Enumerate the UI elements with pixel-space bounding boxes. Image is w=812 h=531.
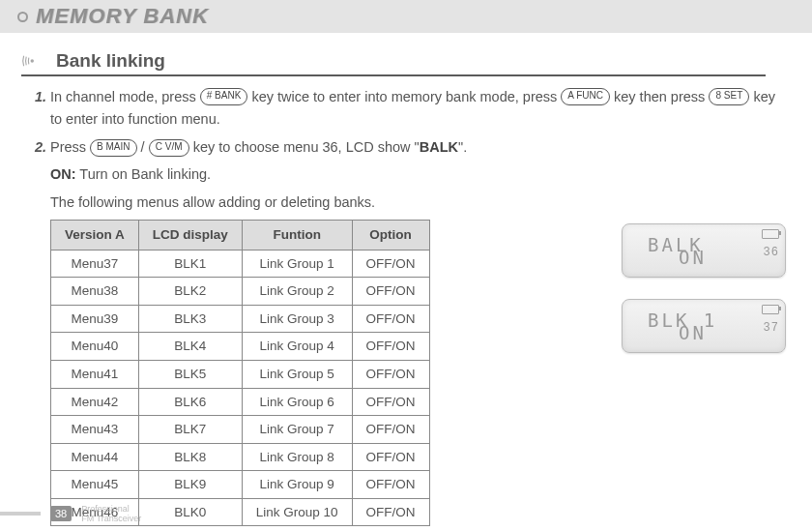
- table-cell: Link Group 1: [242, 250, 352, 278]
- table-cell: OFF/ON: [352, 443, 429, 471]
- step2-slash: /: [141, 139, 149, 155]
- table-cell: BLK9: [138, 471, 242, 499]
- on-text: Turn on Bank linking.: [76, 166, 211, 182]
- footer-subtitle: Professional FM Transceiver: [81, 504, 141, 523]
- th-function: Funtion: [242, 220, 352, 250]
- table-row: Menu37BLK1Link Group 1OFF/ON: [51, 250, 430, 278]
- table-cell: Menu43: [51, 416, 139, 444]
- table-cell: Menu44: [51, 443, 139, 471]
- th-version: Version A: [51, 220, 139, 250]
- bullet-icon: [17, 12, 28, 22]
- step2-balk: BALK: [420, 139, 458, 155]
- table-intro: The following menus allow adding or dele…: [50, 192, 791, 214]
- table-cell: Link Group 9: [242, 471, 352, 499]
- footer-sub2: FM Transceiver: [81, 514, 141, 523]
- table-row: Menu40BLK4Link Group 4OFF/ON: [51, 333, 430, 361]
- lcd-screen-37: BLK 1 ON 37: [622, 299, 786, 353]
- table-row: Menu41BLK5Link Group 5OFF/ON: [51, 360, 430, 388]
- section-heading: Bank linking: [21, 50, 791, 72]
- battery-icon: [762, 305, 779, 314]
- table-cell: OFF/ON: [352, 388, 429, 416]
- key-func-icon: A FUNC: [561, 88, 610, 105]
- table-header-row: Version A LCD display Funtion Option: [51, 220, 430, 250]
- on-label: ON:: [50, 166, 76, 182]
- step2-text-b: key to choose menu 36, LCD show ": [193, 139, 420, 155]
- on-line: ON: Turn on Bank linking.: [50, 163, 791, 186]
- table-cell: OFF/ON: [352, 498, 429, 526]
- step-2: Press B MAIN / C V/M key to choose menu …: [50, 136, 791, 526]
- lcd-screen-36: BALK ON 36: [622, 223, 786, 278]
- menu-table: Version A LCD display Funtion Option Men…: [50, 220, 430, 527]
- table-cell: OFF/ON: [352, 471, 429, 499]
- table-row: Menu43BLK7Link Group 7OFF/ON: [51, 416, 430, 444]
- footer-sub1: Professional: [81, 504, 141, 514]
- table-cell: BLK4: [138, 333, 242, 361]
- page-footer: 38 Professional FM Transceiver: [0, 504, 141, 523]
- table-cell: BLK5: [138, 360, 242, 388]
- table-cell: OFF/ON: [352, 305, 429, 333]
- table-cell: Link Group 5: [242, 360, 352, 388]
- key-bank-icon: # BANK: [200, 88, 248, 105]
- table-cell: BLK7: [138, 416, 242, 444]
- battery-icon: [762, 229, 779, 239]
- key-vm-icon: C V/M: [149, 139, 189, 157]
- table-cell: BLK1: [138, 250, 242, 278]
- table-cell: Menu40: [51, 333, 139, 361]
- table-cell: Menu37: [51, 250, 139, 278]
- table-cell: OFF/ON: [352, 278, 429, 306]
- table-cell: Link Group 6: [242, 388, 352, 416]
- table-cell: BLK0: [138, 498, 242, 526]
- table-cell: Menu38: [51, 278, 139, 306]
- signal-icon: [21, 52, 46, 70]
- lcd-previews: BALK ON 36 BLK 1 ON 37: [622, 223, 791, 353]
- step1-text-b: key twice to enter into memory bank mode…: [251, 89, 561, 104]
- key-set-icon: 8 SET: [709, 88, 749, 105]
- step2-text-a: Press: [50, 139, 90, 155]
- table-cell: OFF/ON: [352, 360, 429, 388]
- key-main-icon: B MAIN: [90, 139, 136, 157]
- lcd-a-num: 36: [764, 244, 779, 262]
- step-list: In channel mode, press # BANK key twice …: [31, 86, 791, 526]
- lcd-a-line2: ON: [679, 243, 707, 272]
- table-cell: BLK6: [138, 388, 242, 416]
- table-cell: Link Group 2: [242, 278, 352, 306]
- table-cell: BLK8: [138, 443, 242, 471]
- footer-bar: [0, 512, 41, 516]
- table-cell: Link Group 7: [242, 416, 352, 444]
- step1-text-c: key then press: [614, 89, 709, 104]
- table-cell: Link Group 10: [242, 498, 352, 526]
- section-title: Bank linking: [56, 50, 165, 72]
- table-row: Menu44BLK8Link Group 8OFF/ON: [51, 443, 430, 471]
- chapter-title: MEMORY BANK: [36, 4, 209, 29]
- table-row: Menu39BLK3Link Group 3OFF/ON: [51, 305, 430, 333]
- page-number: 38: [50, 506, 72, 521]
- svg-point-0: [31, 59, 34, 62]
- table-row: Menu38BLK2Link Group 2OFF/ON: [51, 278, 430, 306]
- th-option: Option: [352, 220, 429, 250]
- table-cell: BLK2: [138, 278, 242, 306]
- th-lcd: LCD display: [138, 220, 242, 250]
- lcd-b-line2: ON: [679, 318, 707, 347]
- table-cell: OFF/ON: [352, 416, 429, 444]
- table-cell: Menu42: [51, 388, 139, 416]
- table-cell: Link Group 3: [242, 305, 352, 333]
- table-cell: Menu41: [51, 360, 139, 388]
- section-underline: [21, 74, 766, 76]
- chapter-title-bar: MEMORY BANK: [0, 0, 812, 33]
- table-cell: BLK3: [138, 305, 242, 333]
- step2-text-c: ".: [458, 139, 467, 155]
- step-1: In channel mode, press # BANK key twice …: [50, 86, 791, 131]
- table-row: Menu45BLK9Link Group 9OFF/ON: [51, 471, 430, 499]
- table-cell: OFF/ON: [352, 333, 429, 361]
- step1-text-a: In channel mode, press: [50, 89, 200, 104]
- table-cell: OFF/ON: [352, 250, 429, 278]
- table-row: Menu42BLK6Link Group 6OFF/ON: [51, 388, 430, 416]
- table-cell: Link Group 8: [242, 443, 352, 471]
- table-cell: Link Group 4: [242, 333, 352, 361]
- table-cell: Menu39: [51, 305, 139, 333]
- table-cell: Menu45: [51, 471, 139, 499]
- lcd-b-num: 37: [764, 319, 779, 338]
